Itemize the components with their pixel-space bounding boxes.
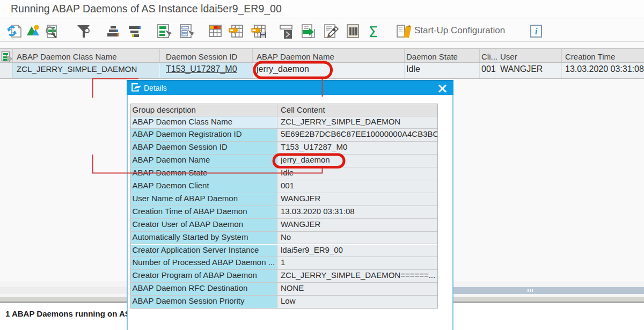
svg-text:i: i [535, 26, 538, 36]
